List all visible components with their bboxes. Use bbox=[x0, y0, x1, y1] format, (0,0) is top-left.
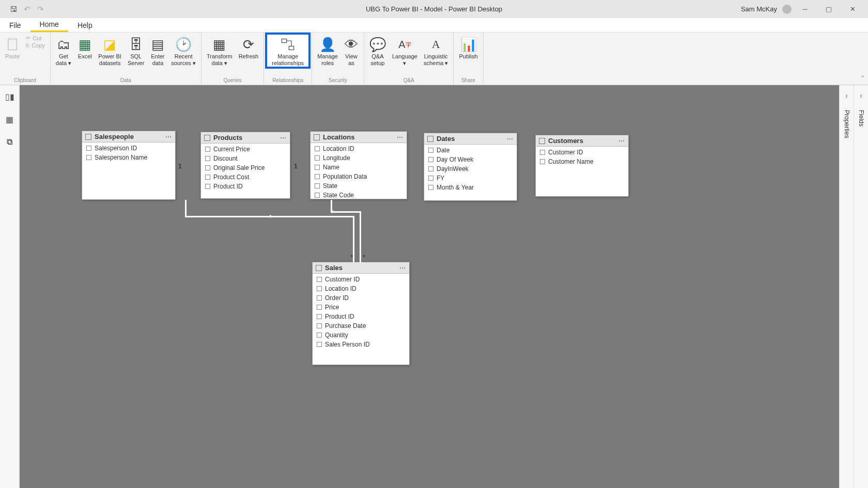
field-row[interactable]: Order ID bbox=[313, 293, 409, 303]
right-panels: ‹ Properties ‹ Fields bbox=[839, 85, 868, 488]
group-label-data: Data bbox=[120, 76, 131, 85]
menu-file[interactable]: File bbox=[0, 18, 30, 32]
table-title: Dates bbox=[437, 135, 455, 143]
fields-panel-collapsed[interactable]: ‹ Fields bbox=[854, 85, 868, 488]
relationship-line[interactable] bbox=[185, 200, 187, 217]
table-icon bbox=[427, 136, 433, 142]
table-title: Salespeople bbox=[95, 133, 134, 140]
pbi-datasets-button[interactable]: ◪Power BI datasets bbox=[95, 34, 125, 68]
get-data-button[interactable]: 🗂Get data ▾ bbox=[53, 34, 74, 68]
manage-roles-button[interactable]: 👤Manage roles bbox=[314, 34, 341, 68]
panel-label: Fields bbox=[858, 110, 865, 127]
field-row[interactable]: State bbox=[311, 181, 407, 191]
qa-setup-button[interactable]: 💬Q&A setup bbox=[366, 34, 389, 68]
ribbon-group-data: 🗂Get data ▾ ▦Excel ◪Power BI datasets 🗄S… bbox=[51, 33, 202, 85]
relationship-line[interactable] bbox=[360, 211, 361, 263]
chevron-left-icon: ‹ bbox=[860, 91, 862, 100]
field-row[interactable]: State Code bbox=[311, 191, 407, 200]
view-as-button[interactable]: 👁View as bbox=[341, 34, 362, 68]
linguistic-schema-button[interactable]: ALinguistic schema ▾ bbox=[421, 34, 452, 68]
field-row[interactable]: Longitude bbox=[311, 153, 407, 163]
field-row[interactable]: Discount bbox=[201, 154, 290, 163]
field-row[interactable]: FY bbox=[424, 174, 517, 183]
field-row[interactable]: Location ID bbox=[313, 284, 409, 293]
table-menu-icon[interactable]: ⋯ bbox=[618, 137, 625, 145]
enter-data-button[interactable]: ▤Enter data bbox=[147, 34, 168, 68]
cut-button[interactable]: ✂ Cut bbox=[26, 35, 45, 41]
field-row[interactable]: Product ID bbox=[201, 182, 290, 191]
table-icon bbox=[314, 134, 320, 140]
table-title: Sales bbox=[325, 264, 343, 272]
table-menu-icon[interactable]: ⋯ bbox=[397, 134, 404, 141]
table-menu-icon[interactable]: ⋯ bbox=[165, 133, 172, 140]
close-button[interactable]: ✕ bbox=[842, 2, 863, 17]
table-customers[interactable]: Customers⋯ Customer ID Customer Name bbox=[535, 135, 629, 197]
manage-relationships-button[interactable]: Manage relationships bbox=[266, 34, 309, 68]
field-row[interactable]: Price bbox=[313, 303, 409, 312]
table-icon bbox=[316, 265, 322, 271]
table-title: Customers bbox=[548, 137, 583, 145]
titlebar: 🖫 ↶ ↷ UBG To Power BI - Model - Power BI… bbox=[0, 0, 868, 18]
field-row[interactable]: Date bbox=[424, 146, 517, 155]
maximize-button[interactable]: ▢ bbox=[818, 2, 839, 17]
table-salespeople[interactable]: Salespeople⋯ Salesperson ID Salesperson … bbox=[82, 131, 176, 200]
cardinality-many: * bbox=[350, 253, 353, 261]
table-sales[interactable]: Sales⋯ Customer ID Location ID Order ID … bbox=[312, 262, 410, 365]
model-canvas[interactable]: Salespeople⋯ Salesperson ID Salesperson … bbox=[20, 85, 839, 488]
field-row[interactable]: Customer Name bbox=[536, 157, 628, 166]
ribbon: Paste ✂ Cut ⎘ Copy Clipboard 🗂Get data ▾… bbox=[0, 33, 868, 85]
table-menu-icon[interactable]: ⋯ bbox=[280, 134, 287, 141]
group-label-security: Security bbox=[329, 76, 347, 85]
transform-data-button[interactable]: ▦Transform data ▾ bbox=[204, 34, 236, 68]
field-row[interactable]: Customer ID bbox=[536, 148, 628, 157]
save-icon[interactable]: 🖫 bbox=[9, 5, 18, 13]
properties-panel-collapsed[interactable]: ‹ Properties bbox=[839, 85, 854, 488]
field-row[interactable]: Product ID bbox=[313, 312, 409, 321]
field-row[interactable]: Day Of Week bbox=[424, 155, 517, 164]
sql-server-button[interactable]: 🗄SQL Server bbox=[125, 34, 147, 68]
group-label-clipboard: Clipboard bbox=[14, 76, 36, 85]
relationship-line[interactable] bbox=[331, 211, 361, 213]
field-row[interactable]: Salesperson ID bbox=[82, 144, 175, 153]
table-products[interactable]: Products⋯ Current Price Discount Origina… bbox=[200, 132, 290, 199]
table-title: Products bbox=[213, 134, 242, 141]
excel-button[interactable]: ▦Excel bbox=[74, 34, 95, 61]
redo-icon[interactable]: ↷ bbox=[36, 5, 44, 13]
field-row[interactable]: Original Sale Price bbox=[201, 163, 290, 172]
refresh-button[interactable]: ⟳Refresh bbox=[236, 34, 262, 61]
data-view-icon[interactable]: ▦ bbox=[5, 114, 15, 124]
ribbon-group-security: 👤Manage roles 👁View as Security bbox=[312, 33, 364, 85]
paste-button[interactable]: Paste bbox=[2, 34, 23, 61]
report-view-icon[interactable]: ▯▮ bbox=[5, 91, 15, 102]
language-button[interactable]: A字Language ▾ bbox=[389, 34, 421, 68]
recent-sources-button[interactable]: 🕑Recent sources ▾ bbox=[168, 34, 199, 68]
group-label-qa: Q&A bbox=[404, 76, 414, 85]
table-dates[interactable]: Dates⋯ Date Day Of Week DayInWeek FY Mon… bbox=[424, 133, 517, 201]
field-row[interactable]: Population Data bbox=[311, 172, 407, 181]
field-row[interactable]: Product Cost bbox=[201, 172, 290, 182]
minimize-button[interactable]: ─ bbox=[795, 2, 815, 17]
model-view-icon[interactable]: ⧉ bbox=[5, 137, 15, 147]
field-row[interactable]: Salesperson Name bbox=[82, 153, 175, 162]
field-row[interactable]: Purchase Date bbox=[313, 321, 409, 330]
user-name[interactable]: Sam McKay bbox=[741, 5, 777, 13]
field-row[interactable]: Sales Person ID bbox=[313, 340, 409, 349]
table-locations[interactable]: Locations⋯ Location ID Longitude Name Po… bbox=[310, 131, 407, 199]
field-row[interactable]: DayInWeek bbox=[424, 164, 517, 174]
field-row[interactable]: Current Price bbox=[201, 145, 290, 154]
copy-button[interactable]: ⎘ Copy bbox=[26, 42, 45, 49]
collapse-ribbon-icon[interactable]: ˆ bbox=[862, 75, 864, 83]
undo-icon[interactable]: ↶ bbox=[23, 5, 31, 13]
field-row[interactable]: Month & Year bbox=[424, 183, 517, 192]
user-avatar-icon[interactable] bbox=[782, 5, 792, 14]
field-row[interactable]: Location ID bbox=[311, 144, 407, 153]
table-menu-icon[interactable]: ⋯ bbox=[507, 135, 514, 143]
menu-help[interactable]: Help bbox=[68, 18, 102, 32]
field-row[interactable]: Customer ID bbox=[313, 275, 409, 284]
svg-rect-0 bbox=[8, 39, 17, 50]
field-row[interactable]: Quantity bbox=[313, 330, 409, 340]
field-row[interactable]: Name bbox=[311, 163, 407, 172]
table-menu-icon[interactable]: ⋯ bbox=[399, 264, 406, 272]
publish-button[interactable]: 📊Publish bbox=[456, 34, 481, 61]
menu-home[interactable]: Home bbox=[30, 18, 68, 32]
